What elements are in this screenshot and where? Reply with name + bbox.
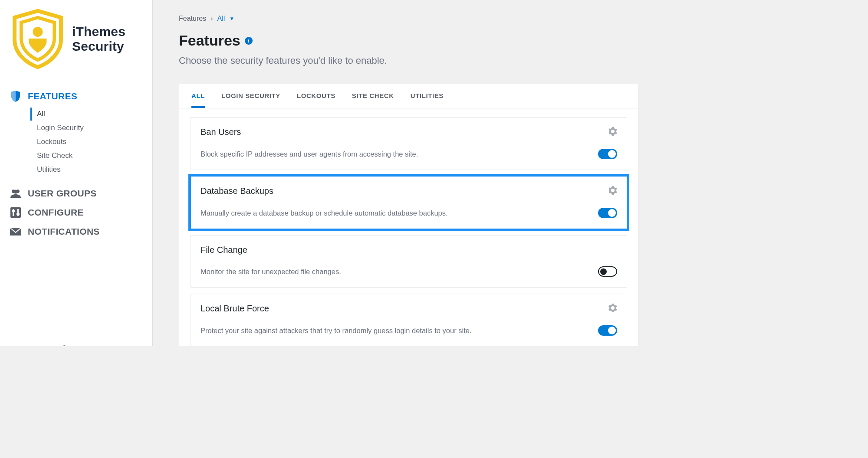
sliders-icon xyxy=(10,206,22,219)
svg-rect-8 xyxy=(16,213,20,215)
features-panel: ALL LOGIN SECURITY LOCKOUTS SITE CHECK U… xyxy=(179,84,639,346)
sidebar-item-notifications[interactable]: NOTIFICATIONS xyxy=(10,222,152,241)
primary-nav: FEATURES All Login Security Lockouts Sit… xyxy=(10,87,152,241)
users-icon xyxy=(10,187,22,200)
chevron-right-icon: › xyxy=(210,15,213,23)
breadcrumb-root[interactable]: Features xyxy=(179,15,206,23)
tab-login-security[interactable]: LOGIN SECURITY xyxy=(221,92,280,108)
sidebar-footer: Advanced Tools xyxy=(10,345,152,346)
chevron-down-icon[interactable]: ▼ xyxy=(229,16,234,22)
toggle-database-backups[interactable] xyxy=(598,208,617,218)
footer-advanced[interactable]: Advanced xyxy=(49,345,79,346)
toggle-file-change[interactable] xyxy=(598,266,617,277)
breadcrumb: Features › All ▼ xyxy=(179,15,651,23)
sidebar-item-features[interactable]: FEATURES xyxy=(10,87,152,106)
subnav-lockouts[interactable]: Lockouts xyxy=(30,135,152,148)
page-title: Features xyxy=(179,32,240,49)
toggle-local-brute-force[interactable] xyxy=(598,325,617,336)
shield-logo-icon xyxy=(10,9,66,69)
tab-lockouts[interactable]: LOCKOUTS xyxy=(297,92,335,108)
gear-icon[interactable] xyxy=(608,304,617,314)
tab-site-check[interactable]: SITE CHECK xyxy=(352,92,394,108)
svg-point-3 xyxy=(14,190,18,194)
info-icon[interactable]: i xyxy=(245,37,253,45)
subnav-all[interactable]: All xyxy=(30,108,152,121)
page-subtitle: Choose the security features you'd like … xyxy=(179,55,651,66)
sidebar-item-label: NOTIFICATIONS xyxy=(28,226,100,237)
card-title: Database Backups xyxy=(201,186,273,196)
card-description: Block specific IP addresses and user age… xyxy=(201,150,418,158)
svg-point-0 xyxy=(33,27,43,37)
toggle-ban-users[interactable] xyxy=(598,149,617,159)
sidebar-item-label: FEATURES xyxy=(28,91,77,101)
tab-utilities[interactable]: UTILITIES xyxy=(411,92,444,108)
shield-icon xyxy=(10,90,22,102)
subnav-login-security[interactable]: Login Security xyxy=(30,121,152,134)
mail-icon xyxy=(10,226,22,238)
features-subnav: All Login Security Lockouts Site Check U… xyxy=(30,108,152,176)
sidebar: iThemes Security FEATURES All Login Secu… xyxy=(0,0,153,346)
card-description: Protect your site against attackers that… xyxy=(201,327,472,335)
sidebar-item-configure[interactable]: CONFIGURE xyxy=(10,203,152,222)
feature-tabs: ALL LOGIN SECURITY LOCKOUTS SITE CHECK U… xyxy=(179,84,638,108)
card-description: Monitor the site for unexpected file cha… xyxy=(201,268,341,276)
feature-card-file-change: File Change Monitor the site for unexpec… xyxy=(191,235,627,288)
card-title: File Change xyxy=(201,245,247,255)
subnav-utilities[interactable]: Utilities xyxy=(30,163,152,176)
gear-icon[interactable] xyxy=(608,127,617,137)
sidebar-item-label: CONFIGURE xyxy=(28,207,84,218)
wrench-icon xyxy=(115,345,124,346)
lock-shield-icon xyxy=(60,345,68,346)
feature-card-local-brute-force: Local Brute Force Protect your site agai… xyxy=(191,294,627,346)
gear-icon[interactable] xyxy=(608,186,617,196)
svg-rect-6 xyxy=(17,209,19,216)
feature-card-database-backups: Database Backups Manually create a datab… xyxy=(191,176,627,229)
brand-logo: iThemes Security xyxy=(10,9,152,82)
footer-tools[interactable]: Tools xyxy=(111,345,127,346)
breadcrumb-current[interactable]: All xyxy=(217,15,225,23)
card-title: Ban Users xyxy=(201,127,241,137)
main-content: Features › All ▼ Features i Choose the s… xyxy=(153,0,651,346)
svg-rect-5 xyxy=(13,209,14,216)
card-title: Local Brute Force xyxy=(201,304,269,314)
feature-cards: Ban Users Block specific IP addresses an… xyxy=(179,108,638,346)
tab-all[interactable]: ALL xyxy=(191,92,205,108)
svg-rect-7 xyxy=(12,210,15,212)
feature-card-ban-users: Ban Users Block specific IP addresses an… xyxy=(191,117,627,170)
svg-rect-4 xyxy=(10,207,21,218)
brand-name: iThemes Security xyxy=(72,24,125,54)
sidebar-item-label: USER GROUPS xyxy=(28,188,97,199)
sidebar-item-user-groups[interactable]: USER GROUPS xyxy=(10,184,152,203)
card-description: Manually create a database backup or sch… xyxy=(201,209,448,217)
subnav-site-check[interactable]: Site Check xyxy=(30,149,152,162)
